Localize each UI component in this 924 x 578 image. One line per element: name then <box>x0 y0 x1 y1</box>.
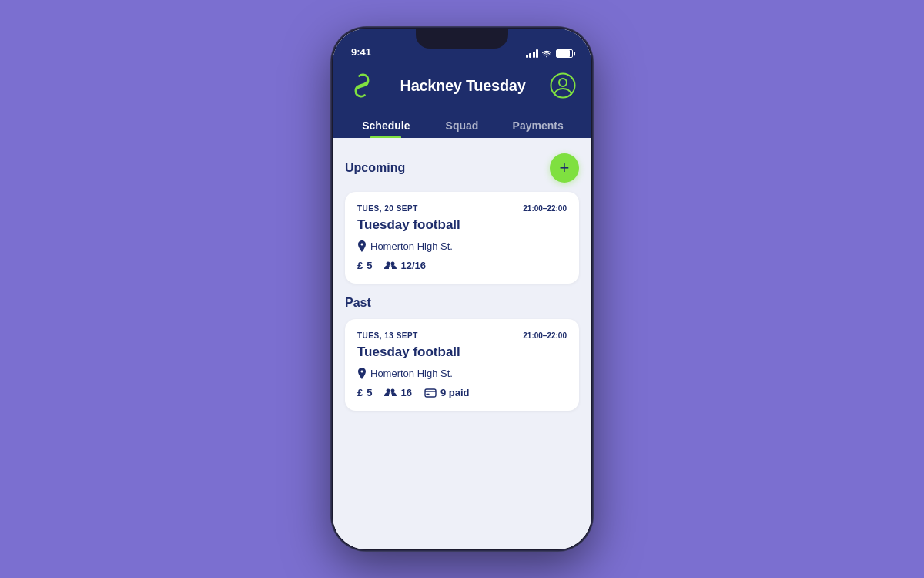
paid-detail: 9 paid <box>424 387 470 398</box>
signal-icon <box>526 49 539 58</box>
past-event-location: Homerton High St. <box>357 368 567 379</box>
battery-icon <box>556 49 573 58</box>
event-time: 21:00–22:00 <box>523 204 567 213</box>
past-section-header: Past <box>345 296 579 310</box>
status-time: 9:41 <box>351 46 371 58</box>
past-event-details-row: £ 5 16 <box>357 387 567 398</box>
past-event-title: Tuesday football <box>357 344 567 360</box>
profile-icon[interactable] <box>550 72 576 99</box>
past-location-pin-icon <box>357 368 367 379</box>
svg-point-5 <box>391 389 395 393</box>
event-title: Tuesday football <box>357 217 567 233</box>
phone-mockup: 9:41 <box>331 27 593 551</box>
tab-payments[interactable]: Payments <box>500 112 576 138</box>
past-event-time: 21:00–22:00 <box>523 331 567 340</box>
tab-schedule[interactable]: Schedule <box>348 112 424 138</box>
notch <box>416 29 508 49</box>
event-meta-row: TUES, 20 SEPT 21:00–22:00 <box>357 204 567 213</box>
past-label: Past <box>345 296 371 309</box>
svg-point-3 <box>391 262 395 266</box>
past-attendance-detail: 16 <box>384 387 411 398</box>
past-event-date: TUES, 13 SEPT <box>357 331 418 340</box>
event-details-row: £ 5 12/16 <box>357 260 567 271</box>
capacity-detail: 12/16 <box>384 260 426 271</box>
pound-icon: £ <box>357 260 363 271</box>
upcoming-section-header: Upcoming + <box>345 153 579 183</box>
upcoming-label: Upcoming <box>345 161 405 175</box>
past-event-card[interactable]: TUES, 13 SEPT 21:00–22:00 Tuesday footba… <box>345 319 579 411</box>
players-icon <box>384 261 397 270</box>
past-price-detail: £ 5 <box>357 387 372 398</box>
past-players-icon <box>384 388 397 397</box>
past-event-meta-row: TUES, 13 SEPT 21:00–22:00 <box>357 331 567 340</box>
add-event-button[interactable]: + <box>550 153 579 183</box>
card-icon <box>424 388 437 398</box>
svg-point-2 <box>387 262 390 266</box>
tab-squad[interactable]: Squad <box>424 112 500 138</box>
tabs-nav: Schedule Squad Payments <box>348 112 576 138</box>
wifi-icon <box>541 49 552 58</box>
event-date: TUES, 20 SEPT <box>357 204 418 213</box>
page-title: Hackney Tuesday <box>400 77 526 95</box>
phone-screen: 9:41 <box>333 29 591 549</box>
location-pin-icon <box>357 240 367 252</box>
status-bar: 9:41 <box>333 29 591 62</box>
svg-point-4 <box>387 389 390 393</box>
header-row: Hackney Tuesday <box>348 72 576 99</box>
svg-rect-6 <box>425 389 436 397</box>
app-header: Hackney Tuesday Schedule Squad <box>333 62 591 138</box>
phone-shell: 9:41 <box>331 27 593 551</box>
upcoming-event-card[interactable]: TUES, 20 SEPT 21:00–22:00 Tuesday footba… <box>345 192 579 284</box>
past-pound-icon: £ <box>357 387 363 398</box>
status-icons <box>526 49 574 58</box>
svg-point-1 <box>559 79 567 86</box>
price-detail: £ 5 <box>357 260 372 271</box>
app-logo-icon <box>348 72 376 99</box>
event-location: Homerton High St. <box>357 240 567 252</box>
schedule-content: Upcoming + TUES, 20 SEPT 21:00–22:00 Tue… <box>333 138 591 549</box>
